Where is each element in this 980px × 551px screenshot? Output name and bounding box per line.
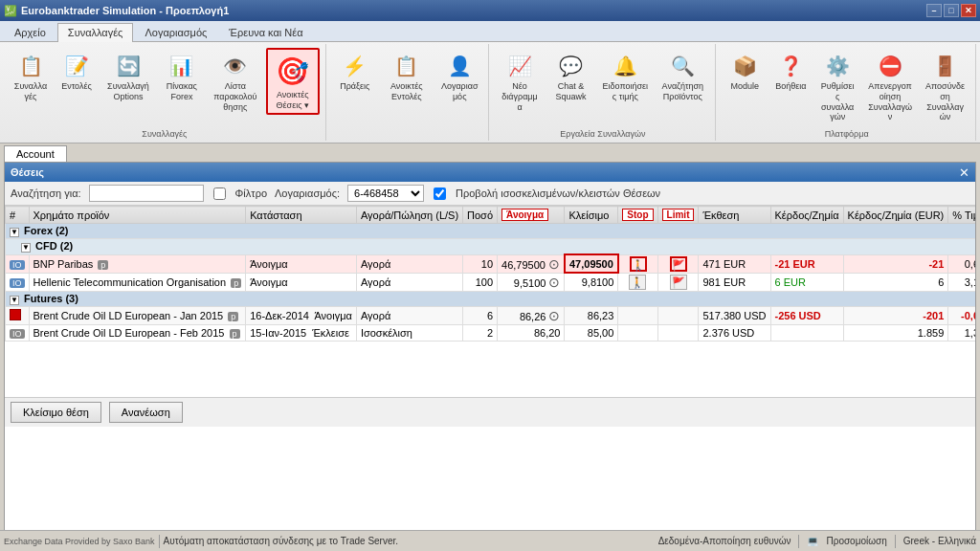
app-icon: 💹 [4, 5, 17, 17]
panel-close-button[interactable]: ✕ [959, 165, 969, 180]
ribbon-item-open-orders[interactable]: 📋 Ανοικτές Εντολές [380, 48, 434, 105]
ribbon-content: 📋 Συναλλαγές 📝 Εντολές 🔄 Συναλλαγή Optio… [0, 42, 980, 143]
status-message: Αυτόματη αποκατάσταση σύνδεσης με το Tra… [164, 536, 398, 546]
col-pnl: Κέρδος/Ζημία [770, 207, 843, 224]
ribbon-item-module[interactable]: 📦 Module [724, 48, 766, 95]
limit-btn-bnp[interactable]: 🚩 [670, 256, 687, 272]
tab-research[interactable]: Έρευνα και Νέα [218, 23, 313, 41]
panel-header: Θέσεις ✕ [5, 163, 975, 182]
ribbon-item-transactions[interactable]: 📋 Συναλλαγές [10, 48, 52, 105]
ribbon-item-watchlist[interactable]: 👁️ Λίστα παρακολούθησης [209, 48, 262, 115]
col-num: # [6, 207, 30, 224]
tab-file[interactable]: Αρχείο [4, 23, 56, 41]
positions-table: # Χρημάτο προϊόν Κατάσταση Αγορά/Πώληση … [5, 206, 975, 342]
title-text: Eurobanktrader Simulation - Προεπλογή1 [21, 5, 229, 16]
row-badge: IO [10, 278, 25, 288]
settings-icon: ⚙️ [822, 51, 853, 81]
show-closed-label: Προβολή ισοσκελισμένων/κλειστών Θέσεων [456, 187, 660, 199]
expand-futures[interactable]: ▼ [10, 296, 19, 305]
col-pnl-eur: Κέρδος/Ζημία (EUR) [843, 207, 948, 224]
alerts-icon: 🔔 [610, 51, 640, 81]
table-row: Brent Crude Oil LD European - Jan 2015 p… [6, 306, 976, 324]
ribbon-item-praxis[interactable]: ⚡ Πράξεις [334, 48, 376, 95]
stop-btn-hellenic[interactable]: 🚶 [629, 275, 646, 290]
chat-icon: 💬 [555, 51, 586, 81]
product-name: Brent Crude Oil LD European - Feb 2015 [33, 327, 225, 339]
product-badge: p [228, 312, 238, 321]
ribbon: Αρχείο Συναλλαγές Λογαριασμός Έρευνα και… [0, 21, 980, 143]
ribbon-item-forex-table[interactable]: 📊 Πίνακας Forex [159, 48, 205, 105]
options-icon: 🔄 [113, 51, 144, 81]
status-disclaimer: Δεδομένα-Αποποίηση ευθυνών [658, 536, 791, 546]
ribbon-item-settings[interactable]: ⚙️ Ρυθμίσεις συναλλαγών [815, 48, 859, 125]
group-row-futures: ▼ Futures (3) Λήξη [6, 291, 976, 306]
ribbon-item-open-positions[interactable]: 🎯 Ανοικτές Θέσεις ▾ [266, 48, 320, 115]
ribbon-group-tools: 📈 Νέο διάγραμμα 💬 Chat & Squawk 🔔 Ειδοπο… [491, 44, 717, 141]
account-label: Λογαριασμός: [275, 187, 340, 199]
open-header-btn[interactable]: Άνοιγμα [501, 209, 548, 221]
status-simulation: Προσομοίωση [826, 536, 886, 546]
col-amount: Ποσό [463, 207, 498, 224]
watchlist-icon: 👁️ [220, 51, 251, 81]
limit-header-btn[interactable]: Limit [662, 209, 695, 221]
ribbon-item-options[interactable]: 🔄 Συναλλαγή Options [101, 48, 155, 105]
stop-btn-bnp[interactable]: 🚶 [630, 256, 647, 272]
disable-icon: ⛔ [875, 51, 905, 81]
tab-account[interactable]: Λογαριασμός [134, 23, 217, 41]
expand-forex[interactable]: ▼ [10, 228, 19, 237]
ribbon-item-logariasmos[interactable]: 👤 Λογαριασμός [437, 48, 482, 105]
open-orders-icon: 📋 [391, 51, 422, 81]
filter-checkbox[interactable] [213, 187, 226, 200]
panel-toolbar: Αναζήτηση για: Φίλτρο Λογαριασμός: 6-468… [5, 182, 975, 206]
ribbon-item-orders[interactable]: 📝 Εντολές [56, 48, 98, 95]
show-closed-checkbox[interactable] [434, 187, 446, 200]
ribbon-item-search[interactable]: 🔍 Αναζήτηση Προϊόντος [656, 48, 709, 105]
forex-table-icon: 📊 [167, 51, 197, 81]
ribbon-group-platform: 📦 Module ❓ Βοήθεια ⚙️ Ρυθμίσεις συναλλαγ… [718, 44, 976, 141]
minimize-button[interactable]: – [926, 4, 942, 17]
ribbon-item-help[interactable]: ❓ Βοήθεια [769, 48, 812, 95]
filter-label: Φίλτρο [235, 187, 267, 199]
ribbon-item-disable[interactable]: ⛔ Απενεργοποίηση Συναλλαγών [863, 48, 917, 125]
product-badge: p [230, 329, 240, 339]
ribbon-item-disconnect[interactable]: 🚪 Αποσύνδεση Συναλλαγών [921, 48, 969, 125]
module-icon: 📦 [729, 51, 760, 81]
panel-bottom-toolbar: Κλείσιμο θέση Ανανέωση [5, 397, 975, 427]
tab-transactions[interactable]: Συναλλαγές [57, 23, 134, 42]
row-badge: IO [10, 329, 25, 339]
ribbon-item-chart[interactable]: 📈 Νέο διάγραμμα [497, 48, 544, 115]
ribbon-item-alerts[interactable]: 🔔 Ειδοποιήσεις τιμής [598, 48, 652, 105]
product-name: Brent Crude Oil LD European - Jan 2015 [33, 310, 224, 321]
refresh-button[interactable]: Ανανέωση [109, 402, 183, 423]
limit-btn-hellenic[interactable]: 🚩 [670, 275, 687, 290]
search-input[interactable] [89, 185, 204, 202]
expand-cfd[interactable]: ▼ [21, 243, 31, 253]
positions-table-scroll[interactable]: # Χρημάτο προϊόν Κατάσταση Αγορά/Πώληση … [5, 206, 975, 397]
ribbon-item-chat[interactable]: 💬 Chat & Squawk [546, 48, 594, 105]
product-badge: p [231, 278, 241, 288]
maximize-button[interactable]: □ [944, 4, 959, 17]
status-bar: Exchange Data Provided by Saxo Bank Αυτό… [0, 530, 980, 551]
status-icon1: 💻 [807, 536, 818, 546]
transactions-icon: 📋 [15, 51, 46, 81]
futures-group-label: Futures (3) [24, 293, 78, 304]
ribbon-tabs: Αρχείο Συναλλαγές Λογαριασμός Έρευνα και… [0, 21, 980, 42]
group-row-cfd: ▼ CFD (2) Λήξη [6, 239, 976, 255]
futures-date: 16-Δεκ-2014 [250, 310, 309, 321]
close-position-button[interactable]: Κλείσιμο θέση [11, 402, 101, 423]
table-row: IO Hellenic Telecommunication Organisati… [6, 273, 976, 291]
search-label: Αναζήτηση για: [11, 187, 81, 199]
panel-title: Θέσεις [11, 166, 44, 178]
account-tab[interactable]: Account [4, 145, 67, 162]
account-select[interactable]: 6-468458 [347, 185, 424, 202]
product-name: Hellenic Telecommunication Organisation [33, 276, 227, 288]
main-panel: Θέσεις ✕ Αναζήτηση για: Φίλτρο Λογαριασμ… [4, 162, 976, 551]
cfd-group-label: CFD (2) [35, 240, 73, 252]
chart-icon: 📈 [504, 51, 535, 81]
col-stop: Stop [618, 207, 657, 224]
forex-group-label: Forex (2) [24, 225, 68, 236]
stop-header-btn[interactable]: Stop [622, 209, 653, 221]
status-provider: Exchange Data Provided by Saxo Bank [4, 537, 155, 546]
close-button[interactable]: ✕ [961, 4, 976, 17]
col-status: Κατάσταση [246, 207, 357, 224]
